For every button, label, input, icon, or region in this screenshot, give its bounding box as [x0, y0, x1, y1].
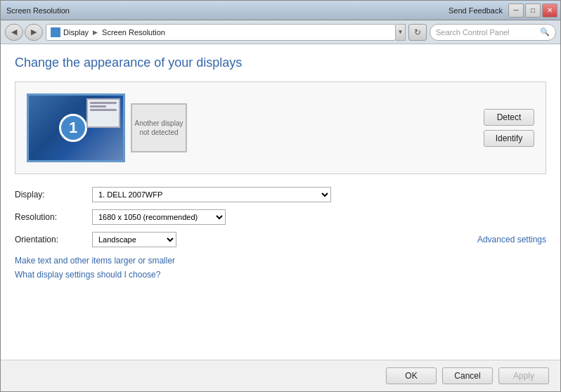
maximize-button[interactable]: □	[525, 4, 541, 18]
detect-button[interactable]: Detect	[484, 109, 534, 126]
content-area: Change the appearance of your displays 1…	[1, 44, 560, 360]
orientation-row: Orientation: Landscape Portrait Landscap…	[15, 232, 546, 247]
ghost-line2: not detected	[139, 129, 178, 136]
control-panel-icon	[51, 27, 60, 37]
monitor-mini-preview	[86, 98, 120, 128]
identify-button[interactable]: Identify	[484, 130, 534, 147]
bottom-bar: OK Cancel Apply	[1, 360, 560, 391]
minimize-button[interactable]: ─	[508, 4, 524, 18]
apply-button[interactable]: Apply	[498, 367, 549, 384]
resolution-label: Resolution:	[15, 212, 92, 222]
title-bar-controls: Send Feedback ─ □ ✕	[449, 4, 557, 18]
mini-bar-3	[90, 109, 117, 111]
primary-monitor[interactable]: 1	[27, 93, 125, 162]
ok-button[interactable]: OK	[386, 367, 437, 384]
links-section: Make text and other items larger or smal…	[15, 256, 546, 280]
mini-bar-1	[90, 102, 117, 104]
resolution-row: Resolution: 1680 x 1050 (recommended) 12…	[15, 209, 546, 225]
close-button[interactable]: ✕	[542, 4, 557, 18]
display-label: Display:	[15, 190, 92, 200]
search-icon: 🔍	[540, 27, 550, 37]
display-preview-area: 1 Another display not detected	[15, 81, 546, 174]
monitor-number: 1	[59, 114, 87, 142]
display-row: Display: 1. DELL 2007WFP	[15, 187, 546, 202]
address-bar: ◀ ▶ Display ▶ Screen Resolution ▼ ↻ Sear…	[1, 20, 560, 44]
page-title: Change the appearance of your displays	[15, 55, 546, 70]
text-size-link[interactable]: Make text and other items larger or smal…	[15, 256, 546, 266]
back-button[interactable]: ◀	[5, 24, 23, 41]
ghost-monitor: Another display not detected	[131, 103, 187, 152]
search-placeholder: Search Control Panel	[436, 28, 510, 37]
cancel-button[interactable]: Cancel	[442, 367, 493, 384]
orientation-label: Orientation:	[15, 235, 92, 244]
display-help-link[interactable]: What display settings should I choose?	[15, 270, 546, 280]
refresh-button[interactable]: ↻	[408, 24, 427, 41]
display-select[interactable]: 1. DELL 2007WFP	[92, 187, 331, 202]
resolution-select[interactable]: 1680 x 1050 (recommended) 1280 x 1024 10…	[92, 209, 226, 225]
breadcrumb-screen: Screen Resolution	[102, 28, 165, 37]
ghost-monitor-text: Another display not detected	[135, 119, 183, 137]
address-box[interactable]: Display ▶ Screen Resolution	[46, 24, 396, 41]
main-window: Screen Resolution Send Feedback ─ □ ✕ ◀ …	[0, 0, 561, 392]
mini-bar-2	[90, 105, 106, 107]
search-box[interactable]: Search Control Panel 🔍	[430, 24, 556, 41]
orientation-select[interactable]: Landscape Portrait Landscape (flipped) P…	[92, 232, 176, 247]
feedback-label[interactable]: Send Feedback	[449, 6, 503, 15]
breadcrumb-display: Display	[63, 28, 89, 37]
window-title: Screen Resolution	[6, 6, 70, 15]
title-bar: Screen Resolution Send Feedback ─ □ ✕	[1, 1, 560, 20]
detect-identify-area: Detect Identify	[484, 109, 534, 147]
address-dropdown-button[interactable]: ▼	[396, 24, 406, 41]
forward-button[interactable]: ▶	[25, 24, 43, 41]
advanced-settings-link[interactable]: Advanced settings	[477, 235, 546, 244]
monitor-displays: 1 Another display not detected	[27, 93, 187, 162]
breadcrumb-sep1: ▶	[91, 29, 99, 36]
ghost-line1: Another display	[135, 119, 183, 127]
